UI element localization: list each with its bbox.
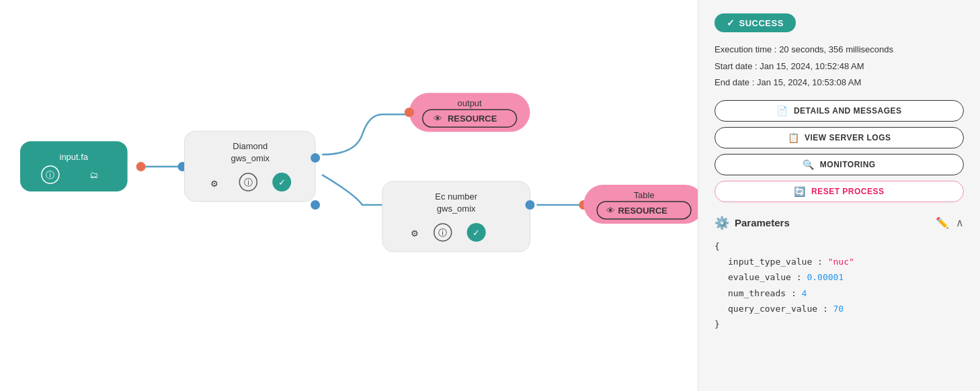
view-server-logs-button[interactable]: 📋 VIEW SERVER LOGS <box>714 127 964 148</box>
execution-time-row: Execution time : 20 seconds, 356 millise… <box>714 43 964 56</box>
json-close: } <box>714 316 964 332</box>
edit-icon[interactable]: ✏️ <box>936 216 949 229</box>
parameters-label: Parameters <box>735 217 790 228</box>
workflow-canvas: input.fa ⓘ 🗂 Diamond gws_omix ⚙ ⓘ ✓ outp… <box>0 0 698 391</box>
param-value-4: 70 <box>833 304 844 314</box>
input-fa-node[interactable] <box>20 141 128 191</box>
server-logs-icon: 📋 <box>788 132 800 143</box>
table-resource-label: RESOURCE <box>618 206 667 216</box>
output-top-label: output <box>458 98 482 108</box>
svg-text:🗂: 🗂 <box>89 170 98 180</box>
param-value-2: 0.00001 <box>807 272 844 282</box>
start-date-row: Start date : Jan 15, 2024, 10:52:48 AM <box>714 60 964 73</box>
output-resource-label: RESOURCE <box>448 114 497 124</box>
status-label: SUCCESS <box>739 18 784 28</box>
svg-text:✓: ✓ <box>278 177 286 187</box>
svg-text:👁: 👁 <box>606 206 615 216</box>
param-key-1: input_type_value : <box>728 257 828 267</box>
svg-text:✓: ✓ <box>473 228 480 238</box>
right-panel: ✓ SUCCESS Execution time : 20 seconds, 3… <box>698 0 980 391</box>
param-value-3: 4 <box>802 288 807 298</box>
view-server-logs-label: VIEW SERVER LOGS <box>805 133 891 142</box>
svg-text:⚙: ⚙ <box>210 179 218 189</box>
connector-dot-1 <box>136 162 146 171</box>
param-row-1: input_type_value : "nuc" <box>714 254 964 269</box>
ec-number-sublabel: gws_omix <box>437 204 476 214</box>
param-row-4: query_cover_value : 70 <box>714 301 964 316</box>
end-date-row: End date : Jan 15, 2024, 10:53:08 AM <box>714 76 964 89</box>
reset-process-label: RESET PROCESS <box>811 187 885 196</box>
end-date-label: End date : <box>714 77 754 87</box>
reset-process-button[interactable]: 🔄 RESET PROCESS <box>714 181 964 202</box>
svg-text:👁: 👁 <box>434 114 442 124</box>
details-messages-button[interactable]: 📄 DETAILS AND MESSAGES <box>714 100 964 122</box>
end-date-value: Jan 15, 2024, 10:53:08 AM <box>757 77 861 87</box>
check-icon: ✓ <box>727 17 735 28</box>
svg-text:⚙: ⚙ <box>411 228 419 238</box>
connector-dot-3 <box>311 153 320 163</box>
table-top-label: Table <box>634 190 655 200</box>
collapse-icon[interactable]: ∧ <box>956 216 964 229</box>
json-open: { <box>714 238 964 254</box>
start-date-label: Start date : <box>714 61 758 71</box>
input-fa-label: input.fa <box>60 152 89 162</box>
execution-time-label: Execution time : <box>714 44 777 54</box>
details-messages-label: DETAILS AND MESSAGES <box>794 106 902 116</box>
connector-dot-5 <box>405 107 414 117</box>
svg-text:ⓘ: ⓘ <box>46 170 54 180</box>
param-row-3: num_threads : 4 <box>714 286 964 301</box>
reset-icon: 🔄 <box>794 186 806 197</box>
param-row-2: evalue_value : 0.00001 <box>714 269 964 285</box>
document-icon: 📄 <box>776 105 788 116</box>
param-value-1: "nuc" <box>828 257 854 267</box>
monitoring-button[interactable]: 🔍 MONITORING <box>714 154 964 175</box>
connector-dot-6 <box>525 200 534 210</box>
parameters-title: ⚙️ Parameters <box>714 216 790 230</box>
svg-text:ⓘ: ⓘ <box>438 228 447 238</box>
success-badge: ✓ SUCCESS <box>714 13 796 32</box>
action-buttons: 📄 DETAILS AND MESSAGES 📋 VIEW SERVER LOG… <box>714 100 964 202</box>
gear-icon: ⚙️ <box>714 216 729 230</box>
start-date-value: Jan 15, 2024, 10:52:48 AM <box>760 61 864 71</box>
connector-dot-4 <box>311 200 320 210</box>
parameters-section: ⚙️ Parameters ✏️ ∧ { input_type_value : … <box>714 216 964 333</box>
parameters-controls: ✏️ ∧ <box>936 216 964 229</box>
parameters-header: ⚙️ Parameters ✏️ ∧ <box>714 216 964 230</box>
diamond-sublabel: gws_omix <box>231 153 270 163</box>
diamond-label: Diamond <box>233 141 268 151</box>
monitoring-icon: 🔍 <box>803 159 815 170</box>
svg-text:ⓘ: ⓘ <box>244 177 253 187</box>
param-key-4: query_cover_value : <box>728 304 833 314</box>
param-key-3: num_threads : <box>728 288 802 298</box>
monitoring-label: MONITORING <box>820 160 876 169</box>
execution-time-value: 20 seconds, 356 milliseconds <box>779 44 893 54</box>
param-key-2: evalue_value : <box>728 272 807 282</box>
parameters-content: { input_type_value : "nuc" evalue_value … <box>714 238 964 333</box>
ec-number-label: Ec number <box>435 191 477 202</box>
